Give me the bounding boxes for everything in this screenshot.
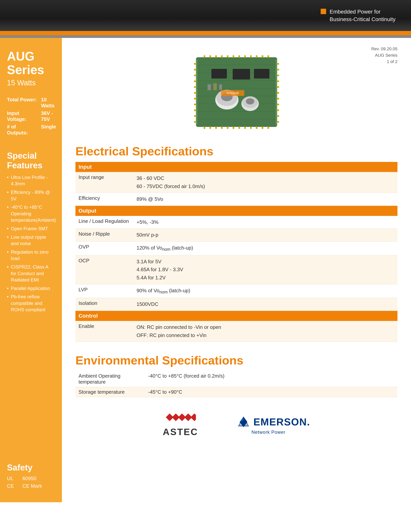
svg-rect-43 xyxy=(277,104,279,105)
spec-value-power: 10 Watts xyxy=(41,97,55,109)
spec-value-outputs: Single xyxy=(41,124,56,136)
feature-item: Low output ripple and noise xyxy=(7,234,55,247)
svg-rect-49 xyxy=(215,55,217,58)
emerson-subtitle: Network Power xyxy=(252,429,285,435)
svg-rect-61 xyxy=(215,126,217,129)
feature-item: Open Frame SMT xyxy=(7,225,55,232)
enable-param: Enable xyxy=(75,321,133,342)
input-range-param: Input range xyxy=(75,172,133,193)
spec-row-outputs: # of Outputs: Single xyxy=(7,124,55,136)
ovp-row: OVP 120% of Vonom (latch-up) xyxy=(75,241,397,255)
input-header-row: Input xyxy=(75,162,397,172)
svg-rect-31 xyxy=(194,98,196,99)
electrical-specs-title: Electrical Specifications xyxy=(75,144,397,158)
svg-rect-65 xyxy=(238,126,240,129)
sidebar: AUG Series 15 Watts Total Power: 10 Watt… xyxy=(0,38,62,502)
storage-temp-row: Storage temperature -45°C to +90°C xyxy=(75,387,397,397)
astec-diamonds-svg xyxy=(165,413,196,424)
line-load-param: Line / Load Regulation xyxy=(75,216,133,229)
rev-line3: 1 of 2 xyxy=(371,58,397,65)
enable-row: Enable ON: RC pin connected to -Vin or o… xyxy=(75,321,397,342)
orange-square-icon xyxy=(321,9,326,14)
svg-rect-53 xyxy=(238,55,240,58)
control-header: Control xyxy=(75,311,397,321)
env-specs-table: Ambient Operating temperature -40°C to +… xyxy=(75,371,397,397)
svg-rect-17 xyxy=(254,69,270,78)
rev-info: Rev. 09.20.05 AUG Series 1 of 2 xyxy=(371,46,397,65)
svg-rect-54 xyxy=(244,55,246,58)
spec-label-voltage: Input Voltage: xyxy=(7,110,38,122)
feature-item: -40°C to +85°C Operating temperature(Amb… xyxy=(7,204,55,223)
svg-rect-57 xyxy=(262,55,263,58)
astec-text: ASTEC xyxy=(163,427,198,437)
efficiency-value: 89% @ 5Vo xyxy=(133,193,397,206)
safety-section: Safety UL 60950 CE CE Mark xyxy=(7,463,55,491)
line-load-row: Line / Load Regulation +5%, -3% xyxy=(75,216,397,229)
emerson-text: EMERSON. xyxy=(253,416,310,428)
svg-rect-36 xyxy=(277,63,279,65)
svg-rect-39 xyxy=(277,80,279,82)
rev-line2: AUG Series xyxy=(371,52,397,58)
accent-bar xyxy=(0,31,411,35)
header-badge-text: Embedded Power for Business-Critical Con… xyxy=(330,8,395,23)
svg-rect-34 xyxy=(194,115,196,117)
input-range-row: Input range 36 - 60 VDC60 - 75VDC (force… xyxy=(75,172,397,193)
features-list: Ultra Low Profile - 4.3mm Efficiency - 8… xyxy=(7,174,55,315)
input-range-value: 36 - 60 VDC60 - 75VDC (forced air 1.0m/s… xyxy=(133,172,397,193)
content-area: Rev. 09.20.05 AUG Series 1 of 2 xyxy=(62,38,411,502)
feature-item: Pb-free reflow compatible and ROHS compl… xyxy=(7,294,55,313)
svg-rect-59 xyxy=(204,126,205,129)
emerson-logo: EMERSON. Network Power xyxy=(237,415,310,435)
features-title: Special Features xyxy=(7,151,55,170)
svg-rect-28 xyxy=(194,80,196,82)
sidebar-title: AUG Series xyxy=(7,49,55,77)
svg-rect-75 xyxy=(190,413,196,421)
main-layout: AUG Series 15 Watts Total Power: 10 Watt… xyxy=(0,38,411,502)
output-header-row: Output xyxy=(75,206,397,216)
safety-value-ul: 60950 xyxy=(22,475,36,482)
feature-item: Efficiency - 89% @ 5V xyxy=(7,189,55,202)
control-header-row: Control xyxy=(75,311,397,321)
emerson-icon xyxy=(237,415,250,429)
feature-item: Parallel Application xyxy=(7,285,55,292)
ocp-param: OCP xyxy=(75,255,133,284)
svg-rect-41 xyxy=(277,92,279,94)
svg-rect-32 xyxy=(194,104,196,105)
line-load-value: +5%, -3% xyxy=(133,216,397,229)
svg-rect-55 xyxy=(250,55,252,58)
svg-rect-48 xyxy=(209,55,211,58)
lvp-param: LVP xyxy=(75,284,133,298)
svg-rect-29 xyxy=(194,86,196,88)
svg-rect-40 xyxy=(277,86,279,88)
env-specs-title: Environmental Specifications xyxy=(75,353,397,367)
ambient-temp-param: Ambient Operating temperature xyxy=(75,371,145,387)
output-header: Output xyxy=(75,206,397,216)
pcb-image: AUG41AB xyxy=(188,53,285,131)
product-image-area: AUG41AB xyxy=(75,51,397,133)
svg-rect-47 xyxy=(204,55,205,58)
svg-rect-25 xyxy=(194,63,196,65)
lvp-value: 90% of Vonom (latch-up) xyxy=(133,284,397,298)
noise-ripple-value: 50mV p-p xyxy=(133,229,397,242)
svg-text:AUG41AB: AUG41AB xyxy=(226,92,239,95)
safety-label-ce: CE xyxy=(7,483,17,489)
ambient-temp-row: Ambient Operating temperature -40°C to +… xyxy=(75,371,397,387)
ambient-temp-value: -40°C to +85°C (forced air 0.2m/s) xyxy=(145,371,397,387)
astec-diamonds xyxy=(165,413,196,424)
spec-label-outputs: # of Outputs: xyxy=(7,124,38,136)
svg-rect-68 xyxy=(256,126,257,129)
spec-row-power: Total Power: 10 Watts xyxy=(7,97,55,109)
astec-logo: ASTEC xyxy=(163,413,198,437)
spec-value-voltage: 36V - 75V xyxy=(41,110,55,122)
svg-rect-30 xyxy=(194,92,196,94)
svg-rect-67 xyxy=(250,126,252,129)
emerson-top: EMERSON. xyxy=(237,415,310,429)
safety-label-ul: UL xyxy=(7,475,17,482)
svg-rect-64 xyxy=(233,126,234,129)
isolation-param: Isolation xyxy=(75,298,133,311)
svg-rect-50 xyxy=(221,55,223,58)
feature-item: Ultra Low Profile - 4.3mm xyxy=(7,174,55,187)
safety-row-ce: CE CE Mark xyxy=(7,483,55,489)
ovp-value: 120% of Vonom (latch-up) xyxy=(133,241,397,255)
svg-rect-63 xyxy=(227,126,228,129)
